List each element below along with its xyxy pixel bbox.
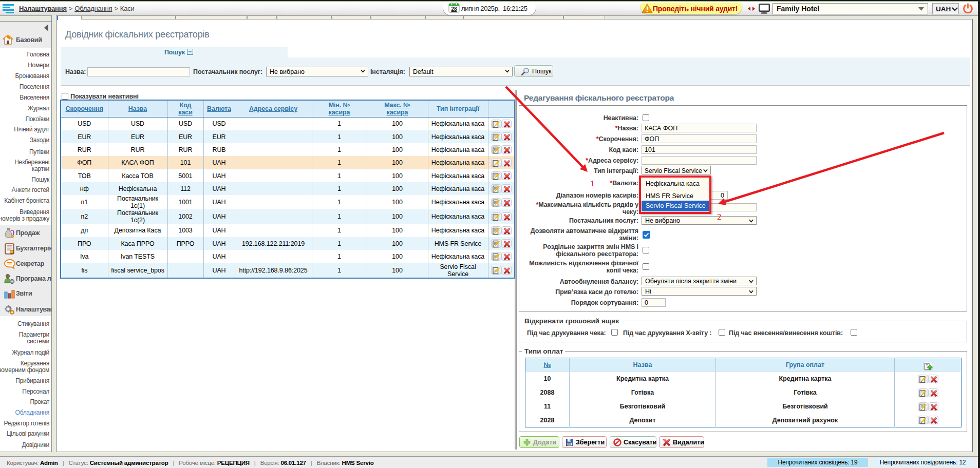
svg-text:28: 28 [451, 6, 457, 12]
